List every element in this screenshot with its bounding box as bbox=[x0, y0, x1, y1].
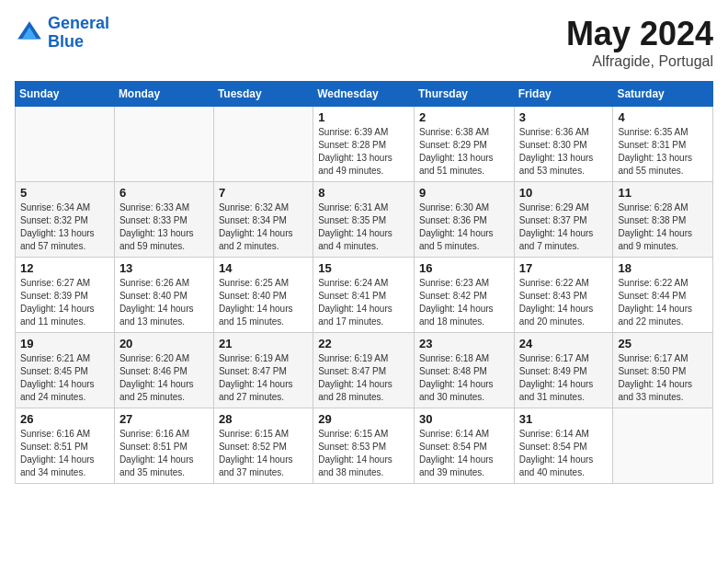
day-info: Sunrise: 6:23 AM Sunset: 8:42 PM Dayligh… bbox=[419, 277, 509, 328]
calendar-cell: 15Sunrise: 6:24 AM Sunset: 8:41 PM Dayli… bbox=[313, 258, 415, 333]
col-saturday: Saturday bbox=[613, 82, 713, 107]
calendar-cell: 28Sunrise: 6:15 AM Sunset: 8:52 PM Dayli… bbox=[213, 408, 313, 484]
day-info: Sunrise: 6:17 AM Sunset: 8:50 PM Dayligh… bbox=[618, 352, 708, 404]
location-title: Alfragide, Portugal bbox=[566, 53, 713, 70]
calendar-cell bbox=[16, 107, 115, 182]
day-info: Sunrise: 6:16 AM Sunset: 8:51 PM Dayligh… bbox=[119, 428, 209, 479]
day-info: Sunrise: 6:22 AM Sunset: 8:44 PM Dayligh… bbox=[618, 277, 708, 328]
header-row: Sunday Monday Tuesday Wednesday Thursday… bbox=[16, 82, 713, 107]
day-info: Sunrise: 6:14 AM Sunset: 8:54 PM Dayligh… bbox=[419, 428, 509, 479]
day-info: Sunrise: 6:15 AM Sunset: 8:52 PM Dayligh… bbox=[219, 428, 308, 479]
day-number: 31 bbox=[519, 412, 609, 426]
calendar-cell: 14Sunrise: 6:25 AM Sunset: 8:40 PM Dayli… bbox=[213, 258, 313, 333]
day-number: 20 bbox=[119, 337, 209, 350]
calendar-body: 1Sunrise: 6:39 AM Sunset: 8:28 PM Daylig… bbox=[16, 107, 713, 484]
day-number: 15 bbox=[318, 261, 409, 275]
calendar-header: Sunday Monday Tuesday Wednesday Thursday… bbox=[16, 82, 713, 107]
col-tuesday: Tuesday bbox=[213, 82, 313, 107]
day-number: 11 bbox=[618, 186, 708, 200]
col-friday: Friday bbox=[514, 82, 613, 107]
day-info: Sunrise: 6:32 AM Sunset: 8:34 PM Dayligh… bbox=[219, 201, 308, 253]
day-info: Sunrise: 6:28 AM Sunset: 8:38 PM Dayligh… bbox=[618, 201, 708, 253]
day-info: Sunrise: 6:31 AM Sunset: 8:35 PM Dayligh… bbox=[318, 201, 409, 253]
day-info: Sunrise: 6:25 AM Sunset: 8:40 PM Dayligh… bbox=[219, 277, 308, 328]
day-info: Sunrise: 6:36 AM Sunset: 8:30 PM Dayligh… bbox=[519, 126, 609, 178]
month-title: May 2024 bbox=[566, 15, 713, 53]
logo-line2: Blue bbox=[48, 32, 84, 51]
day-number: 7 bbox=[219, 186, 308, 200]
day-info: Sunrise: 6:15 AM Sunset: 8:53 PM Dayligh… bbox=[318, 428, 409, 479]
calendar-cell: 22Sunrise: 6:19 AM Sunset: 8:47 PM Dayli… bbox=[313, 333, 415, 408]
day-info: Sunrise: 6:29 AM Sunset: 8:37 PM Dayligh… bbox=[519, 201, 609, 253]
day-number: 17 bbox=[519, 261, 609, 275]
page-header: General Blue May 2024 Alfragide, Portuga… bbox=[15, 15, 713, 70]
day-number: 1 bbox=[318, 110, 409, 124]
day-info: Sunrise: 6:34 AM Sunset: 8:32 PM Dayligh… bbox=[20, 201, 109, 253]
day-number: 10 bbox=[519, 186, 609, 200]
calendar-week-3: 12Sunrise: 6:27 AM Sunset: 8:39 PM Dayli… bbox=[16, 258, 713, 333]
calendar-cell: 31Sunrise: 6:14 AM Sunset: 8:54 PM Dayli… bbox=[514, 408, 613, 484]
calendar-cell: 3Sunrise: 6:36 AM Sunset: 8:30 PM Daylig… bbox=[514, 107, 613, 182]
day-info: Sunrise: 6:21 AM Sunset: 8:45 PM Dayligh… bbox=[20, 352, 109, 404]
day-info: Sunrise: 6:20 AM Sunset: 8:46 PM Dayligh… bbox=[119, 352, 209, 404]
day-number: 28 bbox=[219, 412, 308, 426]
calendar-cell: 19Sunrise: 6:21 AM Sunset: 8:45 PM Dayli… bbox=[16, 333, 115, 408]
day-info: Sunrise: 6:17 AM Sunset: 8:49 PM Dayligh… bbox=[519, 352, 609, 404]
day-info: Sunrise: 6:14 AM Sunset: 8:54 PM Dayligh… bbox=[519, 428, 609, 479]
col-wednesday: Wednesday bbox=[313, 82, 415, 107]
day-info: Sunrise: 6:38 AM Sunset: 8:29 PM Dayligh… bbox=[419, 126, 509, 178]
calendar-cell: 8Sunrise: 6:31 AM Sunset: 8:35 PM Daylig… bbox=[313, 182, 415, 258]
calendar-cell bbox=[114, 107, 213, 182]
day-number: 25 bbox=[618, 337, 708, 350]
title-block: May 2024 Alfragide, Portugal bbox=[566, 15, 713, 70]
calendar-cell: 24Sunrise: 6:17 AM Sunset: 8:49 PM Dayli… bbox=[514, 333, 613, 408]
calendar-cell: 11Sunrise: 6:28 AM Sunset: 8:38 PM Dayli… bbox=[613, 182, 713, 258]
day-info: Sunrise: 6:22 AM Sunset: 8:43 PM Dayligh… bbox=[519, 277, 609, 328]
day-info: Sunrise: 6:30 AM Sunset: 8:36 PM Dayligh… bbox=[419, 201, 509, 253]
calendar-cell: 18Sunrise: 6:22 AM Sunset: 8:44 PM Dayli… bbox=[613, 258, 713, 333]
day-number: 18 bbox=[618, 261, 708, 275]
day-number: 3 bbox=[519, 110, 609, 124]
col-monday: Monday bbox=[114, 82, 213, 107]
day-info: Sunrise: 6:19 AM Sunset: 8:47 PM Dayligh… bbox=[318, 352, 409, 404]
day-number: 14 bbox=[219, 261, 308, 275]
calendar-cell: 16Sunrise: 6:23 AM Sunset: 8:42 PM Dayli… bbox=[414, 258, 514, 333]
calendar-cell: 5Sunrise: 6:34 AM Sunset: 8:32 PM Daylig… bbox=[16, 182, 115, 258]
calendar-cell: 20Sunrise: 6:20 AM Sunset: 8:46 PM Dayli… bbox=[114, 333, 213, 408]
calendar-cell: 13Sunrise: 6:26 AM Sunset: 8:40 PM Dayli… bbox=[114, 258, 213, 333]
day-info: Sunrise: 6:27 AM Sunset: 8:39 PM Dayligh… bbox=[20, 277, 109, 328]
calendar-cell bbox=[613, 408, 713, 484]
logo-line1: General bbox=[48, 14, 109, 32]
logo-icon bbox=[15, 18, 44, 48]
day-number: 30 bbox=[419, 412, 509, 426]
day-info: Sunrise: 6:18 AM Sunset: 8:48 PM Dayligh… bbox=[419, 352, 509, 404]
logo-text: General Blue bbox=[48, 15, 109, 52]
day-info: Sunrise: 6:39 AM Sunset: 8:28 PM Dayligh… bbox=[318, 126, 409, 178]
calendar-cell: 29Sunrise: 6:15 AM Sunset: 8:53 PM Dayli… bbox=[313, 408, 415, 484]
day-number: 23 bbox=[419, 337, 509, 350]
day-number: 21 bbox=[219, 337, 308, 350]
day-number: 27 bbox=[119, 412, 209, 426]
day-number: 12 bbox=[20, 261, 109, 275]
day-info: Sunrise: 6:19 AM Sunset: 8:47 PM Dayligh… bbox=[219, 352, 308, 404]
col-sunday: Sunday bbox=[16, 82, 115, 107]
calendar-cell: 21Sunrise: 6:19 AM Sunset: 8:47 PM Dayli… bbox=[213, 333, 313, 408]
calendar-cell: 6Sunrise: 6:33 AM Sunset: 8:33 PM Daylig… bbox=[114, 182, 213, 258]
calendar-cell: 17Sunrise: 6:22 AM Sunset: 8:43 PM Dayli… bbox=[514, 258, 613, 333]
calendar-table: Sunday Monday Tuesday Wednesday Thursday… bbox=[15, 81, 713, 484]
calendar-week-2: 5Sunrise: 6:34 AM Sunset: 8:32 PM Daylig… bbox=[16, 182, 713, 258]
day-info: Sunrise: 6:26 AM Sunset: 8:40 PM Dayligh… bbox=[119, 277, 209, 328]
day-number: 4 bbox=[618, 110, 708, 124]
day-number: 26 bbox=[20, 412, 109, 426]
day-number: 2 bbox=[419, 110, 509, 124]
calendar-cell: 10Sunrise: 6:29 AM Sunset: 8:37 PM Dayli… bbox=[514, 182, 613, 258]
day-number: 9 bbox=[419, 186, 509, 200]
calendar-cell: 12Sunrise: 6:27 AM Sunset: 8:39 PM Dayli… bbox=[16, 258, 115, 333]
logo: General Blue bbox=[15, 15, 109, 52]
calendar-week-5: 26Sunrise: 6:16 AM Sunset: 8:51 PM Dayli… bbox=[16, 408, 713, 484]
day-info: Sunrise: 6:16 AM Sunset: 8:51 PM Dayligh… bbox=[20, 428, 109, 479]
calendar-cell bbox=[213, 107, 313, 182]
day-info: Sunrise: 6:24 AM Sunset: 8:41 PM Dayligh… bbox=[318, 277, 409, 328]
day-number: 24 bbox=[519, 337, 609, 350]
day-number: 22 bbox=[318, 337, 409, 350]
